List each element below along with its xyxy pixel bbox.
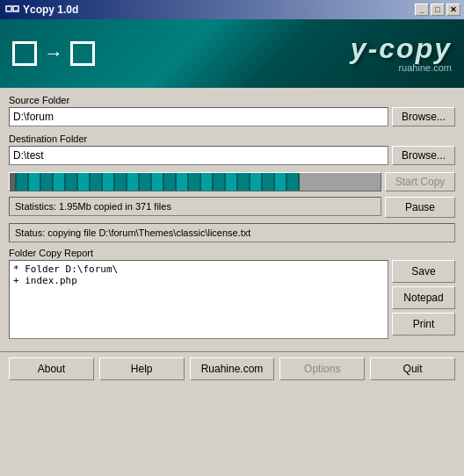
destination-label: Destination Folder [9,133,455,144]
progress-section: Start Copy [9,172,455,191]
source-label: Source Folder [9,95,455,105]
main-content: Source Folder Browse... Destination Fold… [0,88,464,351]
banner: → y-copy ruahine.com [0,19,464,88]
title-bar: → Ycopy 1.0d _ □ ✕ [0,0,464,19]
report-row: Save Notepad Print [9,260,455,339]
bottom-bar: About Help Ruahine.com Options Quit [0,351,464,386]
destination-input[interactable] [9,146,388,165]
statistics-text: Statistics: 1.95Mb copied in 371 files [15,201,171,212]
window-title: Ycopy 1.0d [23,4,78,16]
minimize-button[interactable]: _ [415,4,429,16]
destination-browse-button[interactable]: Browse... [392,146,455,165]
report-textarea[interactable] [9,260,388,339]
source-folder-group: Source Folder Browse... [9,95,455,126]
destination-folder-group: Destination Folder Browse... [9,133,455,165]
about-button[interactable]: About [9,357,94,380]
banner-title: y-copy [351,34,452,62]
progress-row: Start Copy [9,172,455,191]
help-button[interactable]: Help [99,357,185,380]
title-buttons[interactable]: _ □ ✕ [415,4,460,16]
banner-logo: → [12,41,95,66]
folder-report-section: Folder Copy Report Save Notepad Print [9,248,455,339]
stats-pause-row: Statistics: 1.95Mb copied in 371 files P… [9,197,455,220]
ruahine-button[interactable]: Ruahine.com [190,357,275,380]
statistics-box: Statistics: 1.95Mb copied in 371 files [9,197,381,216]
svg-rect-0 [6,6,11,11]
report-buttons: Save Notepad Print [392,260,455,339]
banner-box-right [70,41,95,66]
start-copy-button[interactable]: Start Copy [385,172,455,191]
maximize-button[interactable]: □ [431,4,445,16]
progress-bar [9,172,381,191]
source-browse-button[interactable]: Browse... [392,107,455,126]
report-label: Folder Copy Report [9,248,455,258]
app-icon: → [5,3,19,17]
save-button[interactable]: Save [392,260,455,283]
status-text: Status: copying file D:\forum\Themes\cla… [15,227,250,238]
banner-box-left [12,41,37,66]
source-input[interactable] [9,107,388,126]
pause-button[interactable]: Pause [385,197,455,218]
destination-row: Browse... [9,146,455,165]
source-row: Browse... [9,107,455,126]
quit-button[interactable]: Quit [370,357,455,380]
print-button[interactable]: Print [392,313,455,335]
close-button[interactable]: ✕ [446,4,460,16]
banner-arrow-icon: → [44,44,63,63]
options-button[interactable]: Options [279,357,365,380]
notepad-button[interactable]: Notepad [392,286,455,309]
banner-text: y-copy ruahine.com [351,34,452,73]
status-box: Status: copying file D:\forum\Themes\cla… [9,223,455,242]
title-bar-left: → Ycopy 1.0d [5,3,78,17]
